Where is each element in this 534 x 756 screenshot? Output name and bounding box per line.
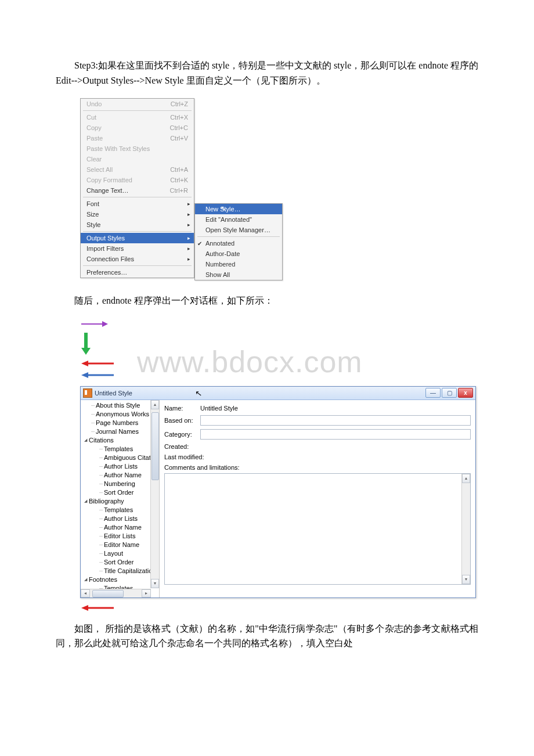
- arrow-below-dialog: [80, 604, 478, 612]
- menu-select-all[interactable]: Select AllCtrl+A: [81, 164, 194, 175]
- tree-item[interactable]: Bibliography: [81, 497, 159, 506]
- paragraph-explanation: 如图， 所指的是该格式（文献）的名称，如"中华流行病学杂志"（有时多个杂志的参考…: [56, 621, 478, 651]
- menu-style[interactable]: Style: [81, 219, 194, 230]
- submenu-open-style-manager[interactable]: Open Style Manager…: [195, 225, 282, 235]
- scroll-track[interactable]: [462, 483, 470, 575]
- tree-dash-icon: ┈: [99, 559, 103, 566]
- submenu-new-style[interactable]: New Style… ↖: [195, 204, 282, 214]
- arrow-left-blue-icon: [80, 371, 115, 379]
- tree-item-label: Author Lists: [104, 463, 138, 470]
- input-based-on[interactable]: [200, 415, 471, 426]
- menu-paste[interactable]: PasteCtrl+V: [81, 133, 194, 143]
- menu-copy-formatted[interactable]: Copy FormattedCtrl+K: [81, 175, 194, 185]
- scroll-left-button[interactable]: ◂: [81, 589, 90, 597]
- tree-item-label: Bibliography: [89, 498, 124, 505]
- menu-clear[interactable]: Clear: [81, 154, 194, 164]
- menu-separator: [83, 197, 192, 197]
- tree-dash-icon: ┈: [99, 516, 103, 522]
- tree-item[interactable]: ┈Editor Lists: [81, 532, 159, 541]
- tree-item-label: Anonymous Works: [96, 411, 149, 417]
- titlebar: Untitled Style — ▢ x: [81, 387, 475, 400]
- scroll-thumb[interactable]: [92, 590, 124, 597]
- tree-item[interactable]: ┈Anonymous Works: [81, 410, 159, 419]
- close-button[interactable]: x: [458, 388, 473, 398]
- tree-item[interactable]: ┈Author Name: [81, 523, 159, 532]
- tree-dash-icon: ┈: [99, 507, 103, 513]
- tree-item-label: Templates: [104, 506, 133, 513]
- scroll-right-button[interactable]: ▸: [142, 589, 151, 597]
- tree-item[interactable]: ┈Title Capitalization: [81, 567, 159, 575]
- menu-change-text[interactable]: Change Text…Ctrl+R: [81, 185, 194, 196]
- scroll-down-button[interactable]: ▾: [151, 579, 159, 588]
- menu-cut[interactable]: CutCtrl+X: [81, 112, 194, 123]
- tree-item[interactable]: ┈About this Style: [81, 401, 159, 410]
- tree-vertical-scrollbar[interactable]: ▴ ▾: [150, 400, 159, 588]
- tree-item-label: Numbering: [104, 480, 135, 487]
- output-styles-submenu: New Style… ↖ Edit "Annotated" Open Style…: [194, 203, 283, 280]
- scroll-up-button[interactable]: ▴: [151, 400, 159, 409]
- menu-size[interactable]: Size: [81, 209, 194, 219]
- tree-item[interactable]: ┈Sort Order: [81, 558, 159, 567]
- menu-output-styles[interactable]: Output Styles: [81, 233, 194, 243]
- tree-item[interactable]: ┈Ambiguous Citations: [81, 453, 159, 462]
- arrow-left-red-icon: [80, 359, 115, 368]
- tree-item[interactable]: ┈Templates: [81, 506, 159, 514]
- menu-undo[interactable]: Undo Ctrl+Z: [81, 99, 194, 109]
- submenu-annotated[interactable]: ✔Annotated: [195, 238, 282, 249]
- scroll-down-button[interactable]: ▾: [462, 575, 470, 584]
- tree-horizontal-scrollbar[interactable]: ◂ ▸: [81, 589, 151, 597]
- tree-item-label: Templates: [104, 445, 133, 452]
- tree-item-label: Sort Order: [104, 489, 134, 496]
- input-category[interactable]: [200, 429, 471, 440]
- tree-dash-icon: ┈: [99, 568, 103, 574]
- tree-item-label: Page Numbers: [96, 419, 138, 426]
- paragraph-dialog-intro: 随后，endnote 程序弹出一个对话框，如下所示：: [56, 293, 478, 308]
- comments-scrollbar[interactable]: ▴ ▾: [461, 474, 470, 584]
- tree-item[interactable]: ┈Author Lists: [81, 514, 159, 523]
- label-last-modified: Last modified:: [164, 453, 211, 460]
- tree-item[interactable]: ┈Numbering: [81, 480, 159, 488]
- tree-item-label: Editor Name: [104, 541, 139, 548]
- menu-preferences[interactable]: Preferences…: [81, 267, 194, 278]
- tree-dash-icon: ┈: [99, 524, 103, 531]
- tree-item-label: Author Name: [104, 471, 142, 478]
- tree-item[interactable]: ┈Sort Order: [81, 488, 159, 497]
- svg-marker-3: [81, 348, 91, 355]
- menu-connection-files[interactable]: Connection Files: [81, 254, 194, 264]
- tree-item-label: Sort Order: [104, 559, 134, 566]
- scroll-up-button[interactable]: ▴: [462, 474, 470, 483]
- tree-item[interactable]: ┈Layout: [81, 549, 159, 558]
- arrow-left-red-icon: [80, 604, 115, 612]
- scroll-thumb[interactable]: [151, 412, 159, 480]
- maximize-button[interactable]: ▢: [442, 388, 457, 398]
- tree-item-label: Author Name: [104, 524, 142, 531]
- menu-import-filters[interactable]: Import Filters: [81, 243, 194, 254]
- tree-dash-icon: ┈: [99, 463, 103, 470]
- menu-copy[interactable]: CopyCtrl+C: [81, 123, 194, 133]
- tree-item[interactable]: Citations: [81, 436, 159, 445]
- tree-item[interactable]: ┈Journal Names: [81, 427, 159, 436]
- menu-paste-text-styles[interactable]: Paste With Text Styles: [81, 143, 194, 154]
- row-created: Created:: [164, 443, 471, 450]
- submenu-edit-annotated[interactable]: Edit "Annotated": [195, 214, 282, 225]
- submenu-author-date[interactable]: Author-Date: [195, 249, 282, 259]
- tree-item[interactable]: ┈Author Lists: [81, 462, 159, 471]
- comments-textarea[interactable]: ▴ ▾: [164, 473, 471, 585]
- tree-item[interactable]: Footnotes: [81, 575, 159, 584]
- submenu-show-all[interactable]: Show All: [195, 269, 282, 280]
- scroll-track[interactable]: [151, 409, 159, 579]
- tree-item[interactable]: ┈Templates: [81, 445, 159, 453]
- submenu-numbered[interactable]: Numbered: [195, 259, 282, 269]
- tree-item-label: Editor Lists: [104, 532, 135, 539]
- tree-item[interactable]: ┈Author Name: [81, 471, 159, 480]
- tree-dash-icon: ┈: [91, 420, 95, 426]
- tree-item-label: Citations: [89, 437, 114, 444]
- tree-item[interactable]: ┈Editor Name: [81, 541, 159, 549]
- menu-font[interactable]: Font: [81, 199, 194, 209]
- scroll-track[interactable]: [90, 589, 142, 597]
- label-created: Created:: [164, 443, 200, 450]
- minimize-button[interactable]: —: [425, 388, 441, 398]
- tree-dash-icon: ┈: [99, 542, 103, 548]
- tree-list[interactable]: ┈About this Style┈Anonymous Works┈Page N…: [81, 400, 159, 597]
- tree-item[interactable]: ┈Page Numbers: [81, 419, 159, 427]
